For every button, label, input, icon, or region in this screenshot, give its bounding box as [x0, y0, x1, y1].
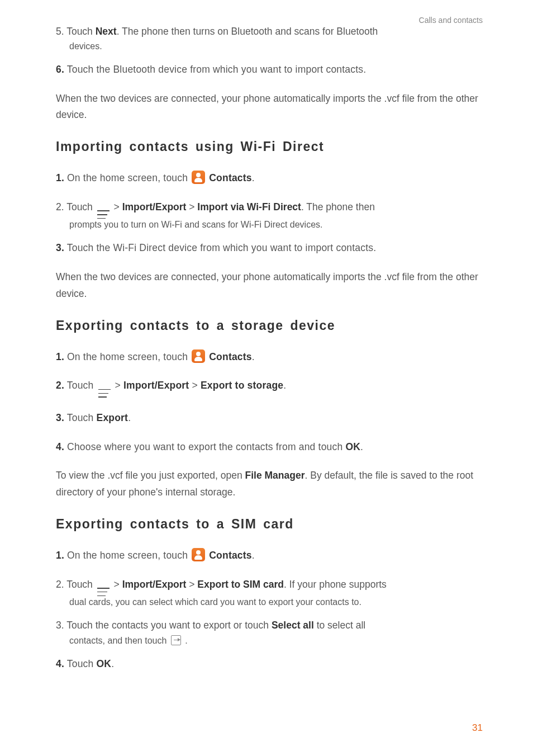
sep: > — [111, 201, 122, 212]
step-4: 4. Choose where you want to export the c… — [56, 439, 483, 456]
heading-export-sim: Exporting contacts to a SIM card — [56, 517, 483, 532]
step-text: . If your phone supports — [284, 579, 387, 590]
step-text: . The phone then turns on Bluetooth and … — [117, 26, 378, 37]
step-3: 3. Touch Export. — [56, 410, 483, 427]
step-text: Touch — [64, 201, 96, 212]
bold-contacts: Contacts — [209, 351, 251, 362]
contacts-icon — [192, 349, 205, 363]
step-text: Choose where you want to export the cont… — [64, 441, 345, 452]
header-breadcrumb: Calls and contacts — [419, 16, 483, 25]
heading-export-storage: Exporting contacts to a storage device — [56, 318, 483, 333]
step-text: . — [111, 658, 114, 669]
bold: Select all — [272, 620, 314, 631]
step-number: 2. — [56, 579, 64, 590]
step-text: . — [252, 351, 255, 362]
indent-text: . — [183, 636, 188, 645]
step-text: Touch the contacts you want to export or… — [64, 620, 272, 631]
step-number: 1. — [56, 172, 64, 183]
step-4: 4. Touch OK. — [56, 656, 483, 673]
bold: OK — [345, 441, 360, 452]
step-number: 6. — [56, 64, 64, 75]
step-text-indent: dual cards, you can select which card yo… — [56, 597, 483, 607]
bold: Import/Export — [122, 201, 187, 212]
step-text: . The phone then — [301, 201, 375, 212]
bold-contacts: Contacts — [209, 172, 251, 183]
step-2: 2. Touch > Import/Export > Export to SIM… — [56, 577, 483, 608]
step-5: 5. Touch Next. The phone then turns on B… — [56, 23, 483, 51]
step-number: 2. — [56, 380, 64, 391]
step-text-indent: prompts you to turn on Wi-Fi and scans f… — [56, 220, 483, 230]
sep: > — [186, 579, 197, 590]
step-1: 1. On the home screen, touch Contacts. — [56, 547, 483, 564]
step-number: 3. — [56, 412, 64, 423]
step-text-indent: devices. — [56, 41, 483, 51]
step-1: 1. On the home screen, touch Contacts. — [56, 349, 483, 366]
bold: Import/Export — [122, 579, 187, 590]
step-text: . — [252, 550, 255, 561]
step-text: On the home screen, touch — [64, 172, 191, 183]
bold: Import via Wi-Fi Direct — [197, 201, 301, 212]
step-number: 1. — [56, 351, 64, 362]
menu-icon — [97, 588, 110, 596]
menu-icon — [97, 210, 110, 219]
bold: Export — [97, 412, 129, 423]
bold: Export to storage — [201, 380, 283, 391]
contacts-icon — [192, 548, 205, 561]
paragraph: When the two devices are connected, your… — [56, 91, 483, 124]
sep: > — [189, 380, 201, 391]
heading-wifi-direct: Importing contacts using Wi-Fi Direct — [56, 139, 483, 154]
bold-next: Next — [96, 26, 117, 37]
indent-text: contacts, and then touch — [69, 636, 169, 645]
bold: File Manager — [245, 470, 305, 481]
step-3: 3. Touch the Wi-Fi Direct device from wh… — [56, 240, 483, 257]
step-number: 4. — [56, 441, 64, 452]
step-text: to select all — [314, 620, 365, 631]
step-2: 2. Touch > Import/Export > Import via Wi… — [56, 199, 483, 230]
sep: > — [186, 201, 197, 212]
step-number: 4. — [56, 658, 64, 669]
step-text: Touch — [64, 26, 96, 37]
step-6: 6. Touch the Bluetooth device from which… — [56, 62, 483, 78]
step-number: 5. — [56, 26, 64, 37]
step-text: Touch — [64, 412, 97, 423]
paragraph: To view the .vcf file you just exported,… — [56, 467, 483, 501]
step-text: Touch — [64, 579, 96, 590]
paragraph: When the two devices are connected, your… — [56, 269, 483, 303]
para-text: To view the .vcf file you just exported,… — [56, 470, 245, 481]
step-1: 1. On the home screen, touch Contacts. — [56, 170, 483, 187]
step-text-indent: contacts, and then touch . — [56, 635, 483, 646]
page-number: 31 — [472, 722, 483, 734]
sep: > — [112, 380, 124, 391]
step-number: 1. — [56, 550, 64, 561]
step-number: 2. — [56, 201, 64, 212]
bold: Import/Export — [123, 380, 189, 391]
step-text: . — [252, 172, 255, 183]
step-text: Touch the Wi-Fi Direct device from which… — [64, 242, 376, 253]
step-text: On the home screen, touch — [64, 351, 191, 362]
step-text: Touch the Bluetooth device from which yo… — [64, 64, 366, 75]
step-text: . — [128, 412, 131, 423]
bold-contacts: Contacts — [209, 550, 251, 561]
bold: Export to SIM card — [197, 579, 284, 590]
menu-icon — [98, 389, 111, 398]
step-text: Touch — [64, 380, 97, 391]
sep: > — [111, 579, 122, 590]
step-text: . — [360, 441, 363, 452]
bold: OK — [97, 658, 112, 669]
step-text: . — [283, 380, 286, 391]
step-text: On the home screen, touch — [64, 550, 191, 561]
step-number: 3. — [56, 620, 64, 631]
step-text: Touch — [64, 658, 97, 669]
contacts-icon — [192, 171, 205, 184]
step-3: 3. Touch the contacts you want to export… — [56, 617, 483, 646]
step-2: 2. Touch > Import/Export > Export to sto… — [56, 377, 483, 398]
export-icon — [171, 635, 181, 645]
step-number: 3. — [56, 242, 64, 253]
